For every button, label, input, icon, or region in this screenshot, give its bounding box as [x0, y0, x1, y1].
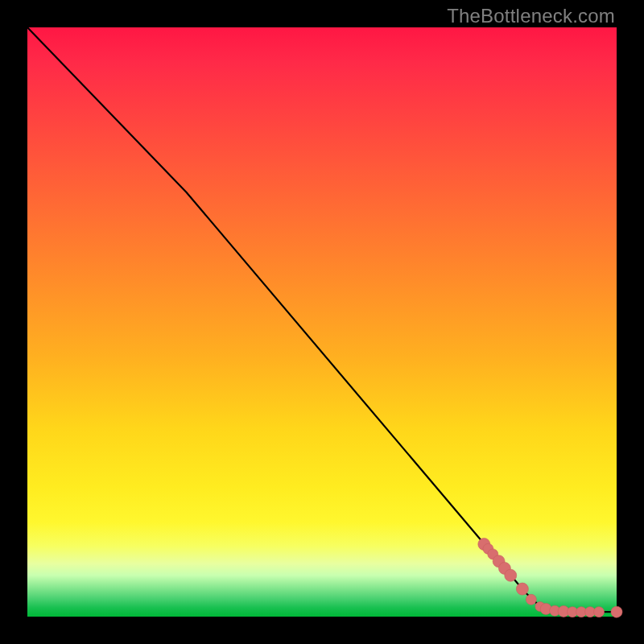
watermark-text: TheBottleneck.com [447, 5, 615, 27]
chart-marker [526, 594, 536, 605]
chart-marker [516, 583, 528, 595]
chart-line [27, 27, 617, 612]
chart-marker [505, 569, 517, 581]
chart-frame: TheBottleneck.com [0, 0, 644, 644]
chart-marker [611, 606, 622, 617]
chart-marker [594, 607, 605, 617]
chart-markers [478, 538, 622, 617]
chart-overlay [27, 27, 617, 617]
